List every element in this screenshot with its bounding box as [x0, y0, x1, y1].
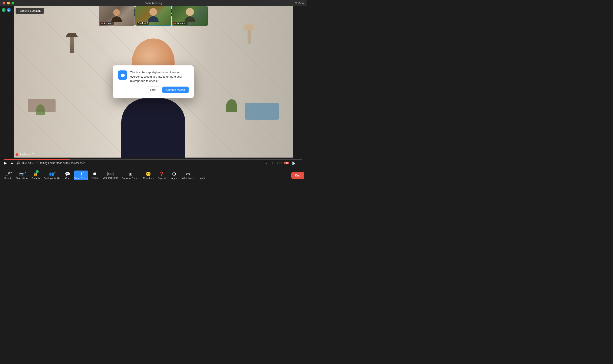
- minimize-button[interactable]: [7, 2, 10, 4]
- pause-icon[interactable]: ⏸: [270, 161, 275, 165]
- avatar-body-student3: [148, 16, 159, 22]
- window-title: Zoom Meeting: [144, 1, 162, 5]
- participant-thumb-student3[interactable]: Student 3: [135, 6, 171, 26]
- more-icon: ···: [200, 171, 204, 176]
- avatar-student1: [111, 9, 122, 22]
- fullscreen-icon[interactable]: ⛶: [298, 161, 302, 165]
- zoom-logo-icon: [118, 70, 127, 80]
- security-badge: ✓: [36, 170, 39, 173]
- avatar-student3: [148, 8, 159, 22]
- avatar-body-student1: [111, 16, 122, 22]
- participant-thumb-student1[interactable]: Student 1: [99, 6, 135, 26]
- participant-label-student1: Student 1: [100, 22, 114, 25]
- avatar-student2: [185, 8, 195, 22]
- dialog-actions: Later Unmute Myself: [118, 87, 189, 93]
- volume-button[interactable]: 🔊: [16, 161, 20, 165]
- share-screen-button[interactable]: ⬆▲ Share Screen: [74, 170, 88, 180]
- cast-icon[interactable]: 📡: [291, 161, 295, 165]
- close-button[interactable]: [2, 2, 5, 4]
- whiteboard-icon: ▭: [186, 171, 190, 176]
- play-button[interactable]: ▶: [4, 161, 9, 165]
- participants-strip: Student 1 Student 3 Student 2: [99, 6, 208, 26]
- whiteboard-button[interactable]: ▭ Whiteboard: [180, 170, 196, 180]
- avatar-head-student3: [150, 8, 157, 16]
- apps-button[interactable]: ⬡ Apps: [168, 170, 180, 180]
- reactions-button[interactable]: 😊 Reactions: [141, 170, 155, 180]
- reactions-icon: 😊: [146, 171, 151, 176]
- avatar-head-student2: [186, 8, 194, 16]
- stop-video-button[interactable]: 📷▲ Stop Video: [14, 170, 29, 180]
- avatar-head-student1: [113, 9, 120, 16]
- cc-icon[interactable]: CC: [277, 161, 282, 165]
- professor-label: 🎤 Professor T: [15, 153, 34, 156]
- professor-mic-icon: 🎤: [15, 153, 18, 156]
- share-screen-arrow: ▲: [82, 171, 85, 173]
- unmute-arrow: ▲: [10, 171, 13, 173]
- participants-arrow: ▲: [54, 171, 56, 173]
- progress-title: • Starting Focus Mode as the host/teache…: [37, 162, 263, 165]
- record-button[interactable]: ⏺ Record: [89, 170, 101, 180]
- more-button[interactable]: ··· More: [196, 170, 208, 180]
- progress-right-icons: ⏸ CC HD 📡 ⛶: [270, 161, 302, 165]
- live-transcript-icon: CC: [108, 172, 113, 176]
- security-icon: 🔒 ✓: [33, 171, 38, 176]
- video-background: Remove Spotlight Participants can see on…: [14, 6, 293, 157]
- breakout-rooms-button[interactable]: ⊞ Breakout Rooms: [120, 170, 141, 180]
- progress-chevron-icon[interactable]: ⌄: [266, 162, 268, 165]
- unmute-icon: 🎤▲: [6, 171, 11, 176]
- title-bar: Zoom Meeting ⊞ View: [0, 0, 306, 6]
- participant-thumb-student2[interactable]: Student 2: [172, 6, 208, 26]
- view-button[interactable]: ⊞ View: [295, 1, 304, 5]
- toolbar: ▶ ⏭ 🔊 0:51 / 3:55 • Starting Focus Mode …: [0, 157, 306, 182]
- later-button[interactable]: Later: [146, 87, 161, 93]
- mic-muted-icon-student1: [101, 23, 103, 24]
- hd-icon[interactable]: HD: [284, 162, 289, 164]
- status-dot-green: ✓: [2, 8, 6, 12]
- chat-icon: 💬: [65, 171, 70, 176]
- progress-area: ▶ ⏭ 🔊 0:51 / 3:55 • Starting Focus Mode …: [0, 157, 306, 169]
- lamp-decoration-left: [70, 36, 74, 53]
- participant-label-student2: Student 2: [174, 22, 188, 25]
- spotlight-dialog: The host has spotlighted your video for …: [113, 65, 194, 98]
- progress-controls: ▶ ⏭ 🔊 0:51 / 3:55 • Starting Focus Mode …: [4, 161, 302, 165]
- sofa-decoration: [245, 103, 279, 120]
- dialog-message: The host has spotlighted your video for …: [130, 70, 189, 83]
- mic-muted-icon-student2: [174, 23, 176, 24]
- unmute-button[interactable]: 🎤▲ Unmute: [2, 170, 14, 180]
- avatar-body-student2: [185, 16, 195, 22]
- chat-button[interactable]: 💬 Chat: [62, 170, 74, 180]
- lamp-decoration-right: [247, 29, 251, 44]
- maximize-button[interactable]: [12, 2, 14, 4]
- plant-decoration-right: [226, 99, 237, 112]
- status-indicators: ✓ ●: [2, 8, 11, 12]
- remove-spotlight-button[interactable]: Remove Spotlight: [15, 8, 44, 14]
- plant-decoration-left: [36, 104, 45, 115]
- status-dot-record: ●: [7, 8, 11, 12]
- zoom-camera-svg: [120, 72, 126, 78]
- progress-time: 0:51 / 3:55: [22, 162, 34, 165]
- live-transcript-button[interactable]: CC Live Transcript: [101, 171, 120, 180]
- record-icon: ⏺: [93, 171, 97, 176]
- participant-label-student3: Student 3: [137, 22, 149, 25]
- progress-bar-track[interactable]: [4, 159, 302, 160]
- stop-video-icon: 📷▲: [19, 171, 25, 176]
- toolbar-buttons-row: 🎤▲ Unmute 📷▲ Stop Video 🔒 ✓ Security: [0, 169, 306, 182]
- apps-icon: ⬡: [172, 171, 176, 176]
- end-button[interactable]: End: [291, 172, 304, 179]
- window-controls[interactable]: [2, 2, 14, 4]
- stop-video-arrow: ▲: [24, 171, 26, 173]
- progress-bar-fill: [4, 159, 70, 160]
- breakout-rooms-icon: ⊞: [129, 171, 132, 176]
- skip-button[interactable]: ⏭: [11, 162, 14, 165]
- share-screen-icon: ⬆▲: [79, 171, 83, 176]
- unmute-myself-button[interactable]: Unmute Myself: [163, 87, 189, 93]
- participants-button[interactable]: 👥▲ Participants 4: [42, 170, 61, 180]
- presenter-body: [121, 98, 185, 157]
- main-video: Remove Spotlight Participants can see on…: [14, 6, 293, 157]
- security-button[interactable]: 🔒 ✓ Security: [30, 170, 42, 180]
- participants-icon: 👥▲: [49, 171, 54, 176]
- support-button[interactable]: ❓ Support: [156, 170, 167, 180]
- support-icon: ❓: [159, 171, 164, 176]
- dialog-content: The host has spotlighted your video for …: [118, 70, 189, 83]
